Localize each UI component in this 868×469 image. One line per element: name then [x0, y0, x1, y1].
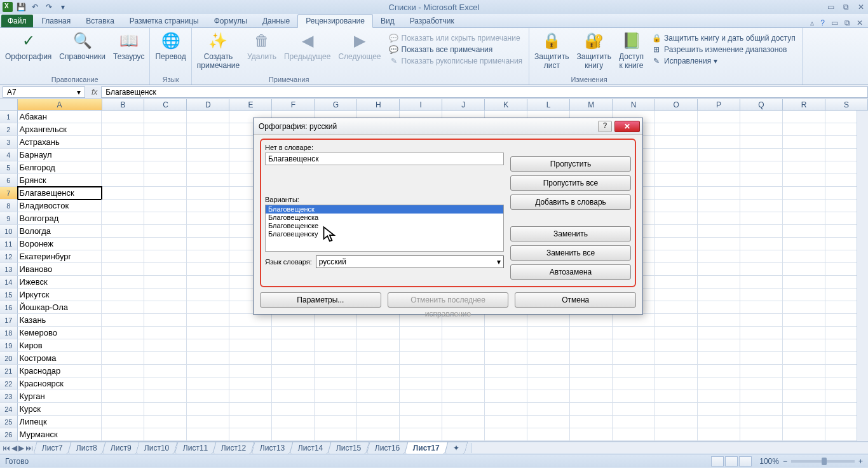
cell-P6[interactable]: [698, 174, 740, 187]
cell-C22[interactable]: [144, 377, 187, 390]
cell-A4[interactable]: Барнаул: [18, 149, 102, 161]
tab-Главная[interactable]: Главная: [34, 15, 79, 27]
cell-E17[interactable]: [229, 314, 272, 327]
col-header-S[interactable]: S: [825, 99, 868, 110]
cell-G24[interactable]: [315, 403, 357, 416]
cell-R1[interactable]: [783, 111, 825, 123]
cell-C26[interactable]: [144, 428, 187, 441]
cell-H19[interactable]: [357, 339, 400, 352]
cell-R16[interactable]: [783, 301, 825, 314]
cell-P23[interactable]: [698, 390, 740, 403]
cell-C1[interactable]: [144, 111, 187, 123]
col-header-Q[interactable]: Q: [740, 99, 783, 110]
cell-I26[interactable]: [400, 428, 442, 441]
tab-Вставка[interactable]: Вставка: [78, 15, 122, 27]
protect-sheet-button[interactable]: 🔒Защитить лист: [533, 31, 570, 70]
cell-D13[interactable]: [187, 263, 229, 276]
cell-B19[interactable]: [102, 339, 144, 352]
cell-Q1[interactable]: [740, 111, 783, 123]
cell-R21[interactable]: [783, 365, 825, 377]
cell-K17[interactable]: [485, 314, 527, 327]
cell-C21[interactable]: [144, 365, 187, 377]
cell-Q6[interactable]: [740, 174, 783, 187]
cell-O11[interactable]: [655, 238, 698, 250]
cell-B22[interactable]: [102, 377, 144, 390]
sheet-tab-Лист7[interactable]: Лист7: [33, 442, 71, 454]
cell-A14[interactable]: Ижевск: [18, 276, 102, 289]
cell-P9[interactable]: [698, 212, 740, 225]
cell-B16[interactable]: [102, 301, 144, 314]
col-header-N[interactable]: N: [613, 99, 655, 110]
sheet-first-icon[interactable]: ⏮: [3, 444, 10, 452]
col-header-M[interactable]: M: [570, 99, 613, 110]
cell-Q15[interactable]: [740, 289, 783, 301]
cell-M17[interactable]: [570, 314, 613, 327]
cell-P10[interactable]: [698, 225, 740, 238]
cell-J22[interactable]: [442, 377, 485, 390]
cell-D14[interactable]: [187, 276, 229, 289]
cell-R8[interactable]: [783, 200, 825, 212]
cell-D11[interactable]: [187, 238, 229, 250]
cell-P16[interactable]: [698, 301, 740, 314]
cell-M26[interactable]: [570, 428, 613, 441]
cell-Q4[interactable]: [740, 149, 783, 161]
cell-B5[interactable]: [102, 161, 144, 174]
share-book-button[interactable]: 📗Доступ к книге: [618, 31, 645, 70]
cell-M21[interactable]: [570, 365, 613, 377]
cell-A25[interactable]: Липецк: [18, 416, 102, 428]
cell-P18[interactable]: [698, 327, 740, 339]
cell-O4[interactable]: [655, 149, 698, 161]
cell-O13[interactable]: [655, 263, 698, 276]
delete-comment-button[interactable]: 🗑Удалить: [246, 31, 278, 70]
redo-icon[interactable]: ↷: [43, 1, 55, 13]
cell-A26[interactable]: Мурманск: [18, 428, 102, 441]
cell-B13[interactable]: [102, 263, 144, 276]
cell-O17[interactable]: [655, 314, 698, 327]
cell-O5[interactable]: [655, 161, 698, 174]
row-header-23[interactable]: 23: [0, 390, 18, 403]
cell-R22[interactable]: [783, 377, 825, 390]
cell-J24[interactable]: [442, 403, 485, 416]
cell-P24[interactable]: [698, 403, 740, 416]
cell-J20[interactable]: [442, 352, 485, 365]
cell-G26[interactable]: [315, 428, 357, 441]
cell-Q8[interactable]: [740, 200, 783, 212]
cell-D16[interactable]: [187, 301, 229, 314]
cell-K22[interactable]: [485, 377, 527, 390]
cell-B11[interactable]: [102, 238, 144, 250]
cell-Q7[interactable]: [740, 187, 783, 200]
cell-B9[interactable]: [102, 212, 144, 225]
cell-R10[interactable]: [783, 225, 825, 238]
cell-K26[interactable]: [485, 428, 527, 441]
allow-ranges-button[interactable]: ⊞Разрешить изменение диапазонов: [649, 44, 798, 55]
cell-M19[interactable]: [570, 339, 613, 352]
cell-Q17[interactable]: [740, 314, 783, 327]
cell-P13[interactable]: [698, 263, 740, 276]
cell-H24[interactable]: [357, 403, 400, 416]
cell-F19[interactable]: [272, 339, 315, 352]
cell-K21[interactable]: [485, 365, 527, 377]
row-header-25[interactable]: 25: [0, 416, 18, 428]
row-header-2[interactable]: 2: [0, 123, 18, 136]
cell-R17[interactable]: [783, 314, 825, 327]
cell-B21[interactable]: [102, 365, 144, 377]
cell-B7[interactable]: [102, 187, 144, 200]
show-ink-button[interactable]: ✎Показать рукописные примечания: [386, 56, 526, 66]
cell-C12[interactable]: [144, 250, 187, 263]
cell-A7[interactable]: Благавещенск: [18, 187, 102, 200]
tab-Формулы[interactable]: Формулы: [207, 15, 255, 27]
cell-D18[interactable]: [187, 327, 229, 339]
cell-C25[interactable]: [144, 416, 187, 428]
cell-C18[interactable]: [144, 327, 187, 339]
cell-A2[interactable]: Архангельск: [18, 123, 102, 136]
cell-D20[interactable]: [187, 352, 229, 365]
cell-Q12[interactable]: [740, 250, 783, 263]
cell-F23[interactable]: [272, 390, 315, 403]
cell-B15[interactable]: [102, 289, 144, 301]
cell-Q10[interactable]: [740, 225, 783, 238]
cell-D2[interactable]: [187, 123, 229, 136]
dialog-titlebar[interactable]: Орфография: русский ? ✕: [254, 118, 642, 135]
cell-J18[interactable]: [442, 327, 485, 339]
cell-C13[interactable]: [144, 263, 187, 276]
cell-Q18[interactable]: [740, 327, 783, 339]
